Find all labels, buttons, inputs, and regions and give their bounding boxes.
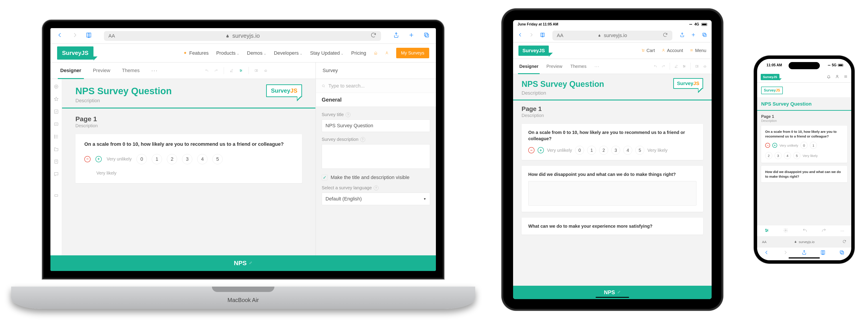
page-title[interactable]: Page 1 [522,106,703,113]
share-button[interactable] [680,32,685,39]
question-card[interactable]: On a scale from 0 to 10, how likely are … [75,134,302,183]
forward-button[interactable] [529,32,534,39]
redo-button[interactable] [214,69,218,72]
hint-icon[interactable]: ? [346,112,350,117]
max-label[interactable]: Very likely [96,171,117,176]
page-navigator[interactable]: NPS [513,286,712,299]
text-size-button[interactable]: AA [108,33,115,39]
sidebar-icon[interactable] [540,32,545,39]
rating-add-button[interactable]: + [538,147,544,153]
rating-option[interactable]: 5 [212,154,223,164]
sidebar-icon[interactable] [86,32,92,40]
surveyjs-logo[interactable]: SurveyJS [519,46,549,56]
question-text[interactable]: On a scale from 0 to 10, how likely are … [528,129,696,142]
redo-button[interactable] [822,228,826,234]
question-card[interactable]: What can we do to make your experience m… [522,218,703,235]
page-description[interactable]: Description [522,113,703,118]
survey-header[interactable]: NPS Survey Question Description SurveyJS [513,74,712,100]
bookmarks-button[interactable] [820,250,826,257]
rating-option[interactable]: 0 [800,142,808,149]
rating-option[interactable]: 0 [136,154,147,164]
back-button[interactable] [518,32,523,39]
save-button[interactable] [264,69,268,72]
survey-logo[interactable]: SurveyJS [673,78,703,89]
undo-button[interactable] [802,228,807,234]
rating-option[interactable]: 1 [810,142,817,149]
address-bar[interactable]: AA surveyjs.io [757,236,851,247]
question-card[interactable]: On a scale from 0 to 10, how likely are … [761,126,847,163]
question-card[interactable]: On a scale from 0 to 10, how likely are … [522,124,703,160]
back-button[interactable] [764,250,769,257]
page-description[interactable]: Description [761,119,847,122]
tab-preview[interactable]: Preview [87,62,116,79]
comment-input[interactable] [528,181,696,206]
clear-button[interactable] [674,64,678,68]
toolbox-star-icon[interactable] [54,96,59,103]
toolbox-folder-icon[interactable] [54,146,59,153]
rating-option[interactable]: 5 [635,146,644,155]
toolbox-collapse-icon[interactable] [54,193,59,199]
tabs-button[interactable] [702,32,707,39]
survey-header[interactable]: NPS Survey Question Description SurveyJS [62,79,315,109]
nav-products[interactable]: Products⌄ [216,50,239,56]
survey-description[interactable]: Description [75,98,172,104]
page-title[interactable]: Page 1 [761,114,847,119]
nav-stay-updated[interactable]: Stay Updated⌄ [310,50,344,56]
hint-icon[interactable]: ? [374,185,378,190]
page-navigator[interactable]: NPS [51,255,436,271]
rating-option[interactable]: 2 [765,152,772,159]
question-text[interactable]: On a scale from 0 to 10, how likely are … [765,129,843,139]
address-bar[interactable]: AA surveyjs.io [104,31,381,41]
min-label[interactable]: Very unlikely [779,144,798,147]
tab-designer[interactable]: Designer [55,62,87,79]
rating-option[interactable]: 1 [587,146,596,155]
nav-cart[interactable]: Cart [647,48,655,53]
rating-option[interactable]: 1 [152,154,162,164]
settings-button[interactable] [239,69,243,72]
nav-account[interactable]: Account [667,48,683,53]
rating-option[interactable]: 4 [197,154,208,164]
max-label[interactable]: Very likely [803,154,818,157]
toolbox-target-icon[interactable] [54,84,59,90]
page-title[interactable]: Page 1 [75,115,302,123]
share-button[interactable] [802,250,807,257]
text-size-button[interactable]: AA [762,240,767,244]
nav-features[interactable]: Features [189,50,209,56]
undo-button[interactable] [205,69,209,72]
account-icon[interactable] [385,50,389,56]
rating-option[interactable]: 4 [784,152,791,159]
bell-icon[interactable] [827,75,831,80]
hint-icon[interactable]: ? [360,137,365,142]
refresh-button[interactable] [842,239,846,244]
survey-title[interactable]: NPS Survey Question [75,86,172,96]
toolbox-button[interactable] [764,228,769,234]
settings-button[interactable] [783,228,788,234]
survey-language-select[interactable]: Default (English) ▼ [322,193,430,205]
rating-remove-button[interactable]: − [84,156,91,162]
toolbox-comment-icon[interactable] [54,171,59,178]
properties-section-general[interactable]: General [316,93,436,107]
survey-title[interactable]: NPS Survey Question [761,101,847,107]
page-description[interactable]: Description [75,123,302,128]
rating-add-button[interactable]: + [95,156,102,162]
pencil-icon[interactable] [249,261,252,266]
properties-search[interactable]: Type to search... [316,79,436,93]
question-text[interactable]: How did we disappoint you and what can w… [765,170,843,179]
tab-more[interactable]: ··· [146,62,163,79]
text-size-button[interactable]: AA [557,33,563,38]
tab-themes[interactable]: Themes [116,62,145,79]
rating-option[interactable]: 3 [611,146,620,155]
share-button[interactable] [393,32,399,40]
surveyjs-logo[interactable]: SurveyJS [761,74,779,80]
nav-pricing[interactable]: Pricing [351,50,366,56]
refresh-button[interactable] [370,32,377,40]
tab-themes[interactable]: Themes [566,59,590,73]
nav-developers[interactable]: Developers⌄ [274,50,303,56]
question-text[interactable]: How did we disappoint you and what can w… [528,171,696,177]
rating-add-button[interactable]: + [772,143,777,148]
surveyjs-logo[interactable]: SurveyJS [57,47,93,60]
survey-logo[interactable]: SurveyJS [266,84,302,97]
toolbox-note-icon[interactable] [54,159,59,165]
redo-button[interactable] [662,64,665,68]
rating-option[interactable]: 4 [623,146,632,155]
